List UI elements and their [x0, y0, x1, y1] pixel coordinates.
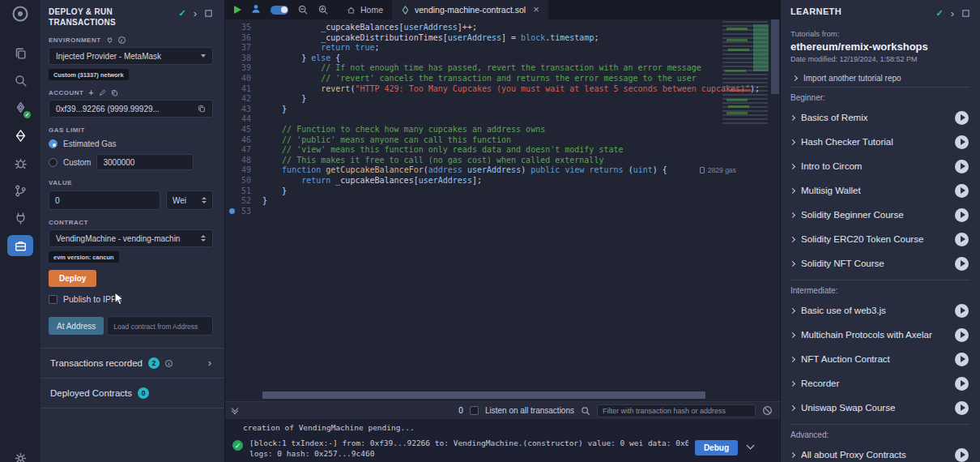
copy-icon[interactable]: [198, 105, 206, 113]
code-text[interactable]: // This makes it free to call (no gas co…: [262, 156, 712, 166]
learneth-icon[interactable]: [7, 235, 33, 256]
copy-account-icon[interactable]: [111, 89, 118, 96]
search-icon[interactable]: [7, 70, 33, 91]
tutorial-item[interactable]: Solidity Beginner Course: [790, 203, 970, 227]
learneth-focus-chevron-icon[interactable]: ›: [951, 10, 954, 18]
plugin-manager-icon[interactable]: [7, 207, 33, 229]
add-account-icon[interactable]: +: [89, 90, 94, 96]
panel-focus-chevron-icon[interactable]: ›: [194, 10, 197, 18]
tutorial-item[interactable]: Basic use of web3.js: [790, 298, 970, 323]
ai-assistant-icon[interactable]: [250, 3, 262, 16]
code-text[interactable]: }: [262, 94, 712, 105]
line-number[interactable]: 35: [225, 23, 262, 33]
play-icon[interactable]: [955, 353, 969, 366]
code-text[interactable]: [262, 114, 712, 125]
environment-plug-icon[interactable]: [106, 36, 113, 44]
line-number[interactable]: 41: [225, 84, 262, 95]
custom-gas-radio[interactable]: [49, 158, 58, 167]
code-text[interactable]: }: [262, 196, 712, 207]
panel-popout-icon[interactable]: [204, 9, 213, 18]
custom-gas-input[interactable]: [96, 154, 194, 170]
code-text[interactable]: revert("HTTP 429: Too Many Cupcakes (you…: [262, 84, 760, 95]
listen-transactions-checkbox[interactable]: [470, 406, 479, 415]
code-text[interactable]: [262, 207, 712, 217]
line-number[interactable]: 38: [225, 53, 262, 64]
file-explorer-icon[interactable]: [7, 42, 33, 63]
zoom-in-icon[interactable]: [317, 4, 329, 15]
code-text[interactable]: _cupcakeBalances[userAddress]++;: [262, 23, 712, 33]
value-input[interactable]: [49, 190, 160, 210]
scrollbar-thumb[interactable]: [771, 19, 779, 94]
tutorial-item[interactable]: Solidity ERC20 Token Course: [790, 227, 970, 251]
debug-button[interactable]: Debug: [695, 440, 738, 456]
tutorial-item[interactable]: Multichain Protocols with Axelar: [790, 323, 970, 347]
tab-contract-file[interactable]: vending-machine-contract.sol ×: [392, 0, 548, 19]
line-number[interactable]: 40: [225, 74, 262, 84]
close-tab-icon[interactable]: ×: [533, 6, 539, 14]
debugger-icon[interactable]: [7, 152, 33, 173]
terminal-filter-input[interactable]: [597, 404, 756, 417]
transactions-info-icon[interactable]: i: [165, 360, 173, 367]
play-icon[interactable]: [955, 111, 969, 125]
play-icon[interactable]: [955, 304, 969, 318]
transaction-log-entry[interactable]: ✓ [block:1 txIndex:-] from: 0xf39...9226…: [232, 438, 773, 459]
account-select[interactable]: 0xf39...92266 (9999.99929...: [49, 100, 213, 118]
scrollbar-thumb[interactable]: [262, 391, 705, 399]
estimated-gas-option[interactable]: Estimated Gas: [49, 139, 213, 148]
tutorial-item[interactable]: NFT Auction Contract: [790, 347, 970, 371]
play-icon[interactable]: [955, 448, 969, 462]
terminal[interactable]: creation of VendingMachine pending... ✓ …: [225, 419, 780, 462]
run-script-icon[interactable]: [234, 6, 241, 14]
sign-message-icon[interactable]: [99, 89, 106, 96]
line-number[interactable]: 44: [225, 114, 262, 125]
remix-logo[interactable]: [10, 3, 31, 24]
publish-ipfs-checkbox[interactable]: [49, 295, 58, 304]
editor-horizontal-scrollbar[interactable]: [262, 391, 705, 399]
play-icon[interactable]: [955, 377, 969, 391]
deploy-run-icon[interactable]: [7, 125, 33, 146]
code-text[interactable]: // Function to check how many cupcakes a…: [262, 125, 712, 135]
play-icon[interactable]: [955, 160, 969, 173]
custom-gas-option[interactable]: Custom: [49, 154, 213, 170]
tutorial-item[interactable]: All about Proxy Contracts: [790, 443, 970, 462]
tab-home[interactable]: Home: [338, 0, 392, 19]
zoom-out-icon[interactable]: [297, 4, 309, 15]
play-icon[interactable]: [955, 401, 969, 415]
estimated-gas-radio[interactable]: [49, 139, 58, 148]
code-text[interactable]: return true;: [262, 43, 712, 53]
expand-tx-chevron-icon[interactable]: [747, 442, 755, 450]
code-text[interactable]: }: [262, 186, 712, 197]
code-text[interactable]: // 'revert' cancels the transaction and …: [262, 74, 712, 84]
at-address-input[interactable]: [107, 316, 213, 336]
at-address-button[interactable]: At Address: [49, 317, 104, 335]
tutorial-item[interactable]: Uniswap Swap Course: [790, 396, 970, 420]
play-icon[interactable]: [955, 184, 969, 198]
line-number[interactable]: 47: [225, 145, 262, 156]
line-number[interactable]: 52: [225, 196, 262, 207]
value-unit-select[interactable]: Wei: [166, 190, 213, 210]
tutorial-item[interactable]: Intro to Circom: [790, 154, 970, 178]
line-number[interactable]: 46: [225, 135, 262, 146]
environment-select[interactable]: Injected Provider - MetaMask: [49, 47, 213, 65]
play-icon[interactable]: [955, 233, 969, 246]
learneth-popout-icon[interactable]: [961, 9, 970, 18]
transactions-recorded-row[interactable]: Transactions recorded 2 i ›: [49, 349, 213, 378]
deploy-button[interactable]: Deploy: [49, 270, 96, 287]
line-number[interactable]: 51: [225, 186, 262, 197]
code-text[interactable]: // 'public' means anyone can call this f…: [262, 135, 712, 146]
line-number[interactable]: 45: [225, 125, 262, 135]
line-number[interactable]: 43: [225, 105, 262, 115]
solidity-compiler-icon[interactable]: ✓: [7, 97, 33, 118]
minimap[interactable]: [722, 21, 768, 125]
tutorial-item[interactable]: Solidity NFT Course: [790, 251, 970, 276]
terminal-search-icon[interactable]: [581, 406, 590, 416]
play-icon[interactable]: [955, 208, 969, 222]
deployed-contracts-row[interactable]: Deployed Contracts 0: [49, 379, 213, 408]
clear-terminal-icon[interactable]: [762, 405, 773, 416]
chevron-right-icon[interactable]: ›: [208, 359, 211, 367]
tutorial-item[interactable]: Recorder: [790, 371, 970, 396]
expand-terminal-icon[interactable]: [232, 409, 237, 413]
line-number[interactable]: 53: [225, 207, 262, 217]
line-number[interactable]: 39: [225, 63, 262, 74]
code-text[interactable]: // 'view' means this function only reads…: [262, 145, 712, 156]
